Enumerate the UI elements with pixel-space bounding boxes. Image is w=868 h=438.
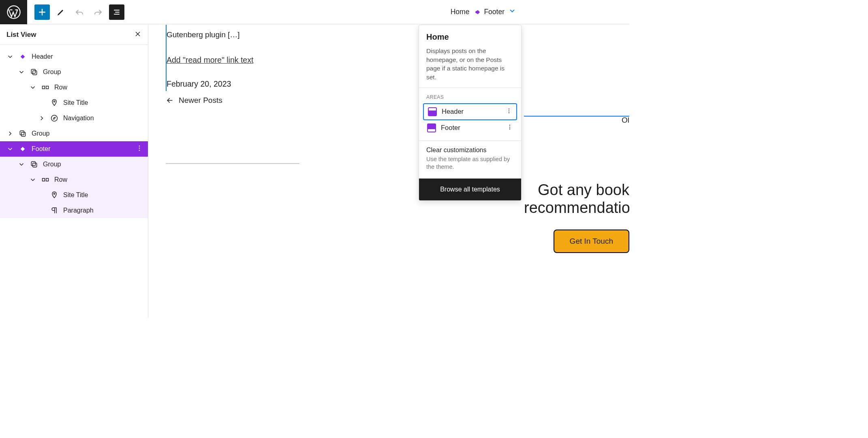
svg-point-12 — [139, 145, 140, 147]
divider — [166, 163, 299, 164]
tree-label: Footer — [32, 145, 50, 153]
tree-item-row[interactable]: Row — [0, 80, 148, 95]
tree-item-site-title[interactable]: Site Title — [0, 187, 148, 203]
svg-rect-10 — [21, 132, 26, 136]
svg-rect-9 — [20, 131, 24, 135]
tree-label: Navigation — [63, 115, 94, 122]
newer-posts-link[interactable]: Newer Posts — [166, 96, 629, 105]
area-item-footer[interactable]: Footer — [423, 120, 517, 136]
footer-heading-line1: Got any book — [524, 181, 629, 199]
svg-point-21 — [509, 111, 509, 111]
close-panel-button[interactable] — [134, 30, 141, 40]
read-more-link[interactable]: Add "read more" link text — [167, 55, 253, 65]
area-label: Header — [442, 108, 464, 115]
panel-title: List View — [6, 31, 36, 39]
tree-item-group[interactable]: Group — [0, 157, 148, 172]
areas-section: AREAS Header Footer — [419, 87, 521, 140]
popover-title: Home — [426, 32, 514, 42]
editor-canvas: Gutenberg plugin […] Add "read more" lin… — [149, 25, 629, 318]
panel-header: List View — [0, 25, 148, 45]
undo-button[interactable] — [72, 4, 87, 20]
edit-tool-button[interactable] — [53, 4, 68, 20]
template-part-icon — [18, 52, 28, 61]
svg-point-25 — [509, 128, 510, 129]
undo-icon — [75, 7, 84, 17]
svg-point-23 — [509, 125, 510, 125]
cta-button[interactable]: Get In Touch — [554, 230, 629, 253]
svg-rect-11 — [21, 147, 25, 151]
tree-item-header[interactable]: Header — [0, 49, 148, 64]
svg-rect-15 — [31, 162, 35, 166]
clear-title: Clear customizations — [426, 147, 514, 154]
clear-customizations[interactable]: Clear customizations Use the template as… — [419, 140, 521, 179]
tree-item-group[interactable]: Group — [0, 64, 148, 80]
popover-header: Home Displays posts on the homepage, or … — [419, 25, 521, 87]
post-title: Gutenberg plugin […] — [167, 25, 299, 39]
wp-logo[interactable] — [0, 0, 27, 24]
svg-point-7 — [53, 101, 55, 102]
tree-item-site-title[interactable]: Site Title — [0, 95, 148, 111]
redo-button[interactable] — [90, 4, 106, 20]
tree-label: Group — [43, 68, 61, 76]
tree-item-paragraph[interactable]: Paragraph — [0, 203, 148, 218]
row-icon — [41, 83, 50, 91]
svg-rect-17 — [43, 179, 45, 181]
more-vertical-icon — [136, 145, 143, 152]
list-icon — [112, 7, 122, 17]
compass-icon — [49, 114, 59, 122]
svg-point-8 — [51, 115, 58, 121]
chevron-down-icon[interactable] — [6, 53, 14, 61]
tree-label: Header — [32, 53, 53, 60]
browse-templates-button[interactable]: Browse all templates — [419, 179, 521, 200]
breadcrumb-dropdown[interactable] — [509, 7, 516, 17]
wordpress-icon — [7, 5, 21, 19]
svg-rect-18 — [46, 179, 49, 181]
chevron-down-icon[interactable] — [18, 160, 25, 168]
area-more-button[interactable] — [507, 124, 513, 132]
svg-rect-16 — [33, 163, 37, 167]
template-popover: Home Displays posts on the homepage, or … — [419, 25, 522, 201]
area-item-header[interactable]: Header — [423, 103, 517, 120]
top-toolbar: Home Footer — [0, 0, 629, 24]
svg-point-24 — [509, 127, 510, 128]
popover-description: Displays posts on the homepage, or on th… — [426, 47, 514, 82]
close-icon — [134, 30, 141, 38]
plus-icon — [37, 7, 47, 17]
row-icon — [41, 176, 50, 184]
paragraph-icon — [49, 206, 59, 215]
tree-item-group[interactable]: Group — [0, 126, 148, 141]
tree-label: Row — [54, 176, 67, 183]
chevron-down-icon[interactable] — [18, 68, 25, 76]
chevron-down-icon[interactable] — [6, 145, 14, 153]
chevron-right-icon[interactable] — [6, 130, 14, 138]
breadcrumb-current[interactable]: Footer — [473, 8, 505, 17]
tool-group — [27, 4, 124, 20]
tree-item-row[interactable]: Row — [0, 172, 148, 187]
chevron-down-icon[interactable] — [29, 176, 36, 184]
footer-area-icon — [427, 123, 436, 132]
breadcrumb: Home Footer — [451, 7, 629, 17]
more-options-button[interactable] — [136, 145, 143, 153]
tree-item-navigation[interactable]: Navigation — [0, 111, 148, 126]
footer-heading-line2: recommendation — [524, 199, 629, 217]
add-block-button[interactable] — [34, 4, 50, 20]
svg-point-19 — [53, 193, 55, 194]
chevron-right-icon[interactable] — [38, 114, 45, 122]
clear-description: Use the template as supplied by the them… — [426, 155, 514, 171]
tree-label: Group — [43, 161, 61, 168]
pencil-icon — [56, 7, 66, 17]
area-label: Footer — [441, 124, 460, 132]
chevron-down-icon — [509, 7, 516, 15]
area-more-button[interactable] — [506, 108, 512, 116]
document-overview-button[interactable] — [109, 4, 124, 20]
svg-rect-5 — [43, 86, 45, 89]
svg-rect-3 — [31, 69, 35, 73]
footer-preview[interactable]: Got any book recommendation Get In Touch — [524, 116, 629, 253]
chevron-down-icon[interactable] — [29, 83, 36, 91]
tree-item-footer[interactable]: Footer — [0, 141, 148, 157]
header-area-icon — [428, 107, 437, 116]
post-block[interactable]: Gutenberg plugin […] Add "read more" lin… — [166, 25, 299, 91]
tree-label: Site Title — [63, 99, 88, 106]
breadcrumb-home[interactable]: Home — [451, 8, 470, 16]
svg-rect-6 — [46, 86, 49, 89]
